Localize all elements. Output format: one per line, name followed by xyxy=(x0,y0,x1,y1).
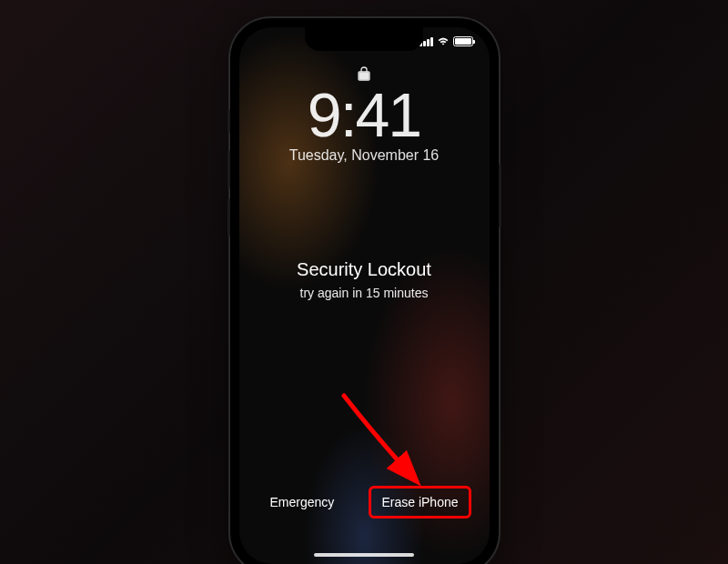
time-display: 9:41 Tuesday, November 16 xyxy=(239,84,490,164)
volume-up-button xyxy=(228,150,230,188)
home-indicator[interactable] xyxy=(314,553,414,557)
bottom-button-row: Emergency Erase iPhone xyxy=(239,489,490,515)
volume-down-button xyxy=(228,198,230,237)
clock-date: Tuesday, November 16 xyxy=(239,147,490,164)
silence-switch xyxy=(228,109,230,133)
lockout-message: Security Lockout try again in 15 minutes xyxy=(239,259,490,300)
erase-iphone-label: Erase iPhone xyxy=(381,495,458,509)
wifi-icon xyxy=(437,36,450,46)
svg-rect-0 xyxy=(359,73,369,80)
notch xyxy=(305,27,423,51)
erase-iphone-button[interactable]: Erase iPhone xyxy=(374,489,465,515)
clock-time: 9:41 xyxy=(239,84,490,146)
power-button xyxy=(499,164,501,227)
battery-icon xyxy=(453,36,473,46)
annotation-arrow-icon xyxy=(335,387,435,496)
status-bar xyxy=(420,36,473,46)
phone-screen: 9:41 Tuesday, November 16 Security Locko… xyxy=(239,27,490,564)
phone-frame: 9:41 Tuesday, November 16 Security Locko… xyxy=(230,18,499,564)
lockout-title: Security Lockout xyxy=(239,259,490,280)
emergency-button[interactable]: Emergency xyxy=(263,489,342,515)
lockout-subtitle: try again in 15 minutes xyxy=(239,286,490,300)
